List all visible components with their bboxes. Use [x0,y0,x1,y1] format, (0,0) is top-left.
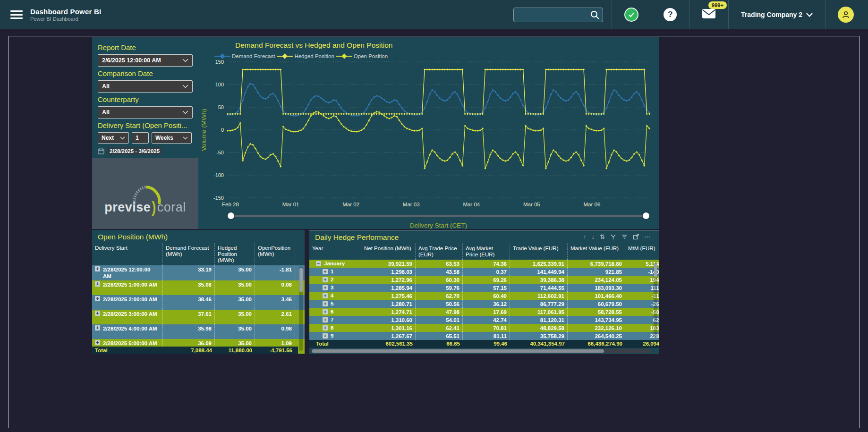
column-header[interactable]: Demand Forecast (MWh) [163,243,215,265]
expand-icon[interactable]: + [323,269,328,274]
expand-icon[interactable]: + [95,340,100,345]
expand-icon[interactable]: + [95,325,100,330]
company-selector[interactable]: Trading Company 2 [729,0,825,29]
table-row[interactable]: +31,285.9459.7657.1571,444.55183,093.301… [309,284,659,292]
relative-range-dropdown[interactable]: Next [98,132,129,144]
column-header[interactable]: Avg Trade Price (EUR) [416,244,463,260]
expand-icon[interactable]: + [323,325,328,330]
table-row[interactable]: +2/28/2025 3:00:00 AM37.6135.002.61 [92,310,305,324]
profile-button[interactable] [825,0,868,29]
table-row[interactable]: +2/28/2025 4:00:00 AM35.9835.000.98 [92,324,305,339]
table-row[interactable]: +2/28/2025 2:00:00 AM38.4635.003.46 [92,295,305,310]
help-button[interactable]: ? [651,0,689,29]
value-cell: 48,829.58 [510,324,568,332]
table-row[interactable]: +91,267.6765.5181.1135,758.29264,540.252… [309,332,659,340]
series-markers-2 [227,111,650,169]
filter-icon[interactable] [621,234,628,240]
mail-button[interactable]: 999+ [689,0,728,29]
legend-item-1[interactable]: Hedged Position [277,53,334,59]
column-header[interactable]: Hedged Position (MWh) [215,243,255,265]
mail-badge: 999+ [708,1,727,9]
expand-icon[interactable]: + [95,281,100,287]
series-line-1 [228,69,649,114]
report-date-dropdown[interactable]: 2/6/2025 12:00:00 AM [98,54,193,67]
open-position-scrollbar[interactable] [299,267,303,351]
year-cell: 8 [331,324,333,331]
column-header[interactable]: Year [309,244,361,260]
line-chart[interactable]: 150100500-50-100-150Volume (MWh)Feb 28Ma… [198,59,659,206]
daily-hedge-hscrollbar[interactable] [311,349,651,353]
table-row[interactable]: +2/28/2025 12:00:00 AM33.1935.00-1.81 [92,265,305,280]
x-tick-label: Mar 01 [282,202,299,206]
expand-icon[interactable]: + [95,266,100,271]
total-cell: 602,561.35 [361,340,416,348]
chart-legend: Demand Forecast Hedged Position Open Pos… [198,50,659,59]
column-header[interactable]: Trade Value (EUR) [510,244,568,260]
table-row[interactable]: +61,274.7147.9817.69117,061.9558,728.55-… [309,308,659,316]
search-icon[interactable] [590,10,600,20]
slider-handle-right[interactable] [643,212,649,219]
table-row[interactable]: +11,298.0343.580.37141,449.94921.85-140,… [309,268,659,276]
column-header[interactable]: Delivery Start [92,243,163,265]
total-cell: 26,094,9 [625,340,659,348]
open-position-header: Delivery StartDemand Forecast (MWh)Hedge… [92,243,305,265]
value-cell: 1,298.03 [361,268,416,276]
expand-icon[interactable]: + [95,296,100,301]
expand-icon[interactable]: + [323,277,328,282]
slider-track[interactable] [230,215,647,217]
column-header[interactable]: MtM (EUR) [625,244,659,260]
delivery-start-cell: 2/28/2025 12:00:00 AM [103,266,160,280]
logo-word-previse: previse [104,200,151,215]
value-cell: 57.15 [463,284,510,292]
column-header[interactable]: Market Value (EUR) [568,244,625,260]
value-cell: 42.74 [463,316,510,324]
table-row[interactable]: −January39,921.5963.5374.361,625,339.916… [309,260,659,268]
logo-paren: ) [152,198,156,217]
value-cell: 35.00 [215,310,255,324]
expand-icon[interactable]: + [323,309,328,314]
table-row[interactable]: +21,272.9660.3069.2639,386.38234,124.051… [309,276,659,284]
menu-icon[interactable] [10,10,23,19]
column-header[interactable]: Avg Market Price (EUR) [463,244,510,260]
value-cell: 36.12 [463,300,510,308]
range-unit-dropdown[interactable]: Weeks [152,132,192,144]
expand-icon[interactable]: + [323,317,328,322]
counterparty-dropdown[interactable]: All [98,106,193,119]
table-row[interactable]: +41,275.4662.7060.40112,602.91101,466.40… [309,292,659,300]
table-row[interactable]: +81,301.1662.4170.8148,829.58232,126.101… [309,324,659,332]
more-options-icon[interactable]: ⋯ [644,234,650,240]
column-header[interactable]: OpenPosition (MWh) [255,243,295,265]
expand-icon[interactable]: + [95,311,100,316]
y-tick-label: 0 [221,127,224,133]
value-cell: 50.56 [416,300,463,308]
value-cell: 37.61 [163,310,215,324]
column-header[interactable]: Net Position (MWh) [361,244,416,260]
expand-icon[interactable]: + [323,285,328,290]
table-row[interactable]: +51,280.7150.5636.1286,777.2960,679.50-2… [309,300,659,308]
legend-item-2[interactable]: Open Position [336,53,388,59]
slider-handle-left[interactable] [228,212,234,219]
value-cell: 6,739,718.80 [568,260,625,268]
value-cell: 143,734.95 [568,316,625,324]
drill-down-icon[interactable]: ↓ [592,234,595,240]
focus-mode-icon[interactable] [633,234,639,240]
table-row[interactable]: +2/28/2025 1:00:00 AM35.0835.000.08 [92,280,305,295]
table-row[interactable]: +71,310.6054.0142.7481,120.31143,734.956… [309,316,659,324]
expand-all-icon[interactable]: ⇅ [600,234,605,240]
range-count-input[interactable]: 1 [132,132,149,144]
drill-up-icon[interactable]: ↑ [583,234,587,240]
status-button[interactable] [612,0,651,29]
expand-icon[interactable]: + [323,293,328,298]
drill-mode-icon[interactable] [610,234,616,240]
x-tick-label: Mar 06 [584,202,601,206]
expand-icon[interactable]: + [323,333,328,339]
comparison-date-dropdown[interactable]: All [98,80,193,93]
legend-item-0[interactable]: Demand Forecast [214,53,275,59]
expand-icon[interactable]: + [323,301,328,306]
app-header: Dashboard Power BI Power BI Dashboard ? [0,0,868,29]
daily-hedge-vscrollbar[interactable] [654,263,657,338]
value-cell: 70.81 [463,324,510,332]
x-tick-label: Feb 28 [222,202,239,206]
visual-toolbar: ↑↓⇅⋯ [583,234,650,240]
collapse-icon[interactable]: − [316,261,321,266]
